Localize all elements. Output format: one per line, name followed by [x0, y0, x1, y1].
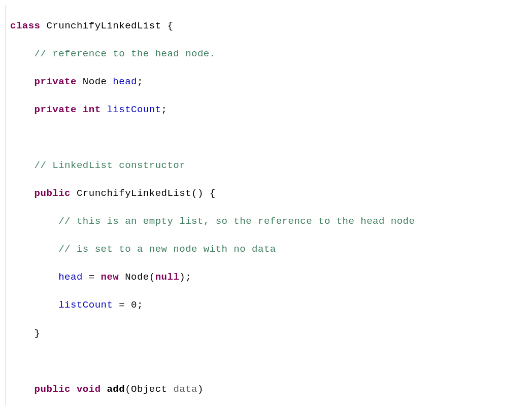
code-line: // reference to the head node. [10, 47, 532, 61]
method-name: add [101, 384, 125, 395]
field-head: head [58, 272, 83, 283]
code-line: } [10, 327, 532, 341]
type: Node [83, 76, 107, 87]
code-line: // is set to a new node with no data [10, 243, 532, 257]
parens: () { [191, 188, 216, 199]
code-line [10, 355, 532, 369]
code-block: class CrunchifyLinkedList { // reference… [5, 5, 532, 405]
semicolon: ; [137, 76, 143, 87]
code-line: private Node head; [10, 75, 532, 89]
code-line: class CrunchifyLinkedList { [10, 19, 532, 33]
keyword-public: public [35, 384, 71, 395]
code-line: // LinkedList constructor [10, 159, 532, 173]
brace: { [161, 20, 174, 31]
comment: // this is an empty list, so the referen… [58, 216, 415, 227]
code-line: head = new Node(null); [10, 271, 532, 285]
field-head: head [113, 76, 137, 87]
class-name: CrunchifyLinkedList [46, 20, 161, 31]
keyword-new: new [101, 272, 119, 283]
constructor-name: CrunchifyLinkedList [77, 188, 191, 199]
field-listcount: listCount [107, 104, 161, 115]
code-line: listCount = 0; [10, 298, 532, 313]
keyword-void: void [77, 384, 101, 395]
eq: = [83, 272, 101, 283]
rest: = 0; [113, 299, 143, 311]
code-line: // this is an empty list, so the referen… [10, 215, 532, 229]
code-line [10, 131, 532, 145]
param-data: data [173, 384, 197, 395]
type: Node( [119, 272, 155, 283]
semicolon: ; [161, 104, 168, 115]
code-line: public void add(Object data) [10, 383, 532, 397]
code-line: private int listCount; [10, 103, 532, 117]
field-listcount: listCount [58, 299, 113, 311]
keyword-private: private [35, 104, 77, 115]
comment: // LinkedList constructor [35, 160, 186, 171]
keyword-null: null [155, 272, 180, 283]
close: ) [197, 384, 204, 395]
open: (Object [125, 384, 173, 395]
keyword-int: int [83, 104, 101, 115]
comment: // is set to a new node with no data [58, 244, 276, 255]
comment: // reference to the head node. [35, 48, 216, 59]
keyword-class: class [10, 20, 41, 31]
keyword-public: public [35, 188, 71, 199]
code-line: public CrunchifyLinkedList() { [10, 187, 532, 201]
keyword-private: private [35, 76, 77, 87]
brace: } [35, 328, 41, 339]
close: ); [179, 272, 191, 283]
